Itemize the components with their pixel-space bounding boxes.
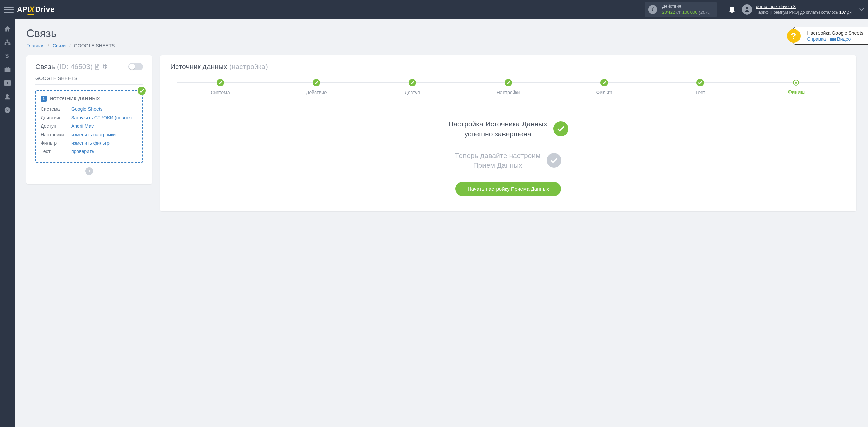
help-video-link[interactable]: Видео [837,36,851,42]
help-ref-link[interactable]: Справка [807,36,826,42]
status-success: Настройка Источника Данных успешно завер… [170,119,846,139]
question-icon[interactable]: ? [787,29,801,43]
info-icon: i [648,5,657,14]
row-access-link[interactable]: Andrii Mav [71,123,94,130]
bell-icon[interactable] [729,6,735,13]
conn-label: Связь [35,63,55,71]
step-filter[interactable]: Фильтр [556,79,652,95]
menu-toggle-icon[interactable] [4,5,14,14]
breadcrumb-links[interactable]: Связи [53,43,66,48]
success-check-icon [553,121,568,136]
user-icon[interactable] [4,93,11,100]
box-title: ИСТОЧНИК ДАННЫХ [50,96,100,101]
tariff-text: Тариф |Премиум PRO| до оплаты осталось 1… [756,10,852,15]
user-name[interactable]: demo_apix-drive_s3 [756,4,852,10]
conn-id: (ID: 46503) [57,63,93,71]
breadcrumb-home[interactable]: Главная [26,43,44,48]
video-icon [830,38,836,41]
breadcrumb: Главная / Связи / GOOGLE SHEETS [26,43,856,48]
top-bar: APIXDrive i Действия: 20'422 из 100'000 … [0,0,868,19]
check-icon [138,87,146,95]
next-check-icon [547,153,561,168]
help-icon[interactable]: ? [4,106,11,114]
help-title: Настройка Google Sheets [807,30,863,36]
logo[interactable]: APIXDrive [17,5,55,14]
svg-point-7 [6,94,9,97]
row-action-link[interactable]: Загрузить СТРОКИ (новые) [71,114,132,121]
actions-label: Действия: [662,4,710,9]
right-title: Источник данных (настройка) [170,63,846,71]
avatar-icon[interactable] [742,4,752,15]
start-reception-button[interactable]: Начать настройку Приема Данных [455,182,561,196]
youtube-icon[interactable] [4,79,11,87]
stepper: Система Действие Доступ Настройки Фильтр… [170,79,846,95]
datasource-card: Источник данных (настройка) Система Дейс… [160,55,856,211]
gear-icon[interactable] [102,64,107,70]
svg-point-0 [746,7,748,9]
conn-subtitle: GOOGLE SHEETS [35,76,143,85]
step-action[interactable]: Действие [268,79,364,95]
svg-text:?: ? [6,108,9,112]
breadcrumb-current: GOOGLE SHEETS [74,43,115,48]
user-block[interactable]: demo_apix-drive_s3 Тариф |Премиум PRO| д… [756,4,852,15]
chevron-down-icon[interactable] [859,8,864,11]
document-icon[interactable] [95,64,100,70]
svg-rect-1 [7,40,8,41]
sitemap-icon[interactable] [4,39,11,46]
step-test[interactable]: Тест [652,79,748,95]
dollar-icon[interactable]: $ [4,52,11,60]
step-settings[interactable]: Настройки [460,79,556,95]
row-filter-link[interactable]: изменить фильтр [71,140,110,147]
status-next: Теперь давайте настроим Прием Данных [170,150,846,170]
add-button[interactable]: + [85,167,93,175]
briefcase-icon[interactable] [4,66,11,73]
step-access[interactable]: Доступ [364,79,460,95]
svg-rect-5 [5,68,11,72]
svg-rect-10 [830,38,834,41]
step-finish[interactable]: Финиш [748,80,844,95]
actions-counter[interactable]: i Действия: 20'422 из 100'000 (20%) [645,2,716,17]
row-test-link[interactable]: проверить [71,148,94,155]
step-system[interactable]: Система [172,79,268,95]
row-settings-link[interactable]: изменить настройки [71,131,116,138]
box-number: 1 [41,96,47,102]
connection-card: Связь (ID: 46503) GOOGLE SHEETS 1 ИСТОЧН… [26,55,152,184]
help-box: ? Настройка Google Sheets Справка Видео [793,27,868,45]
svg-rect-3 [8,43,10,45]
svg-rect-2 [5,43,6,45]
home-icon[interactable] [4,25,11,33]
sidebar: $ ? [0,19,15,427]
page-title: Связь [26,27,856,40]
source-box: 1 ИСТОЧНИК ДАННЫХ СистемаGoogle Sheets Д… [35,90,143,163]
row-system-link[interactable]: Google Sheets [71,106,103,113]
connection-toggle[interactable] [128,63,143,70]
svg-text:$: $ [5,53,9,59]
